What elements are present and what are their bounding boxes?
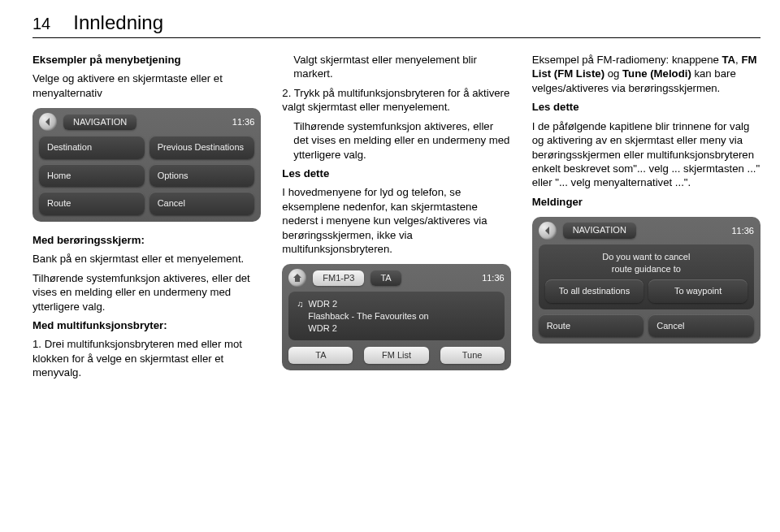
nav-options[interactable]: Options xyxy=(150,164,255,188)
text: Eksempel på FM-radiomeny: knappene xyxy=(532,54,722,66)
radio-station: WDR 2 xyxy=(309,298,337,310)
section-title: Innledning xyxy=(73,11,163,34)
device-radio: FM1-P3 TA 11:36 ♫WDR 2 Flashback - The F… xyxy=(282,264,510,370)
device-dialog: NAVIGATION 11:36 Do you want to cancel r… xyxy=(532,217,760,344)
col3-les-body: I de påfølgende kapitlene blir trinnene … xyxy=(532,119,760,190)
dialog-question: Do you want to cancel route guidance to … xyxy=(539,244,754,309)
text: og xyxy=(604,67,622,80)
col3-les-head: Les dette xyxy=(532,100,760,114)
col2-p2: 2. Trykk på multifunksjonsbryteren for å… xyxy=(282,86,510,115)
col2-les-head: Les dette xyxy=(282,167,510,180)
dialog-line1: Do you want to cancel xyxy=(545,251,748,263)
dialog-btn-all[interactable]: To all destinations xyxy=(545,279,644,303)
radio-btn-fmlist[interactable]: FM List xyxy=(364,347,428,364)
nav-destination[interactable]: Destination xyxy=(39,136,145,159)
nav-tab[interactable]: NAVIGATION xyxy=(63,115,136,131)
music-note-icon: ♫ xyxy=(297,298,303,310)
dialog-btn-cancel[interactable]: Cancel xyxy=(648,314,754,338)
col2-p1: Valgt skjermtast eller menyelement blir … xyxy=(293,53,510,81)
nav-cancel[interactable]: Cancel xyxy=(150,192,255,215)
page-number: 14 xyxy=(32,15,50,33)
text-b: TA xyxy=(722,54,735,66)
text-b: Tune (Melodi) xyxy=(622,67,691,80)
col1-p1: Velge og aktivere en skjermtaste eller e… xyxy=(32,71,261,100)
multi-l1: 1. Drei multifunksjonsbryteren med eller… xyxy=(32,337,261,379)
col2-les-body: I hovedmenyene for lyd og telefon, se ek… xyxy=(282,185,510,256)
clock: 11:36 xyxy=(482,272,505,284)
home-icon[interactable] xyxy=(288,269,306,287)
col3-p1: Eksempel på FM-radiomeny: knappene TA, F… xyxy=(532,53,760,95)
col1-heading: Eksempler på menybetjening xyxy=(32,53,261,67)
clock: 11:36 xyxy=(731,225,754,237)
radio-tab-fm[interactable]: FM1-P3 xyxy=(313,270,364,287)
radio-btn-ta[interactable]: TA xyxy=(288,347,353,364)
radio-tab-ta[interactable]: TA xyxy=(370,270,401,287)
column-3: Eksempel på FM-radiomeny: knappene TA, F… xyxy=(532,53,760,385)
back-icon[interactable] xyxy=(39,113,57,131)
back-icon[interactable] xyxy=(539,222,557,240)
touch-p2: Tilhørende systemfunksjon aktiveres, ell… xyxy=(32,271,261,314)
column-1: Eksempler på menybetjening Velge og akti… xyxy=(32,53,261,385)
nav-previous[interactable]: Previous Destinations xyxy=(150,136,255,159)
multi-heading: Med multifunksjonsbryter: xyxy=(32,319,167,331)
column-2: Valgt skjermtast eller menyelement blir … xyxy=(282,53,510,385)
dialog-btn-route[interactable]: Route xyxy=(539,314,644,338)
nav-home[interactable]: Home xyxy=(39,164,145,188)
radio-info1: Flashback - The Favourites on xyxy=(308,310,496,322)
col2-p3: Tilhørende systemfunksjon aktiveres, ell… xyxy=(293,119,510,162)
radio-info: ♫WDR 2 Flashback - The Favourites on WDR… xyxy=(288,292,504,340)
clock: 11:36 xyxy=(232,116,255,128)
device-navigation: NAVIGATION 11:36 Destination Previous De… xyxy=(32,108,261,222)
meldinger-heading: Meldinger xyxy=(532,195,760,209)
dialog-line2: route guidance to xyxy=(545,263,748,275)
nav-route[interactable]: Route xyxy=(39,192,145,215)
radio-info2: WDR 2 xyxy=(308,322,496,335)
radio-btn-tune[interactable]: Tune xyxy=(440,347,505,364)
dialog-btn-waypoint[interactable]: To waypoint xyxy=(648,279,748,303)
touch-heading: Med berøringsskjerm: xyxy=(32,234,145,246)
touch-p1: Bank på en skjermtast eller et menyeleme… xyxy=(32,252,261,266)
nav-tab[interactable]: NAVIGATION xyxy=(563,223,636,239)
divider xyxy=(32,37,760,38)
